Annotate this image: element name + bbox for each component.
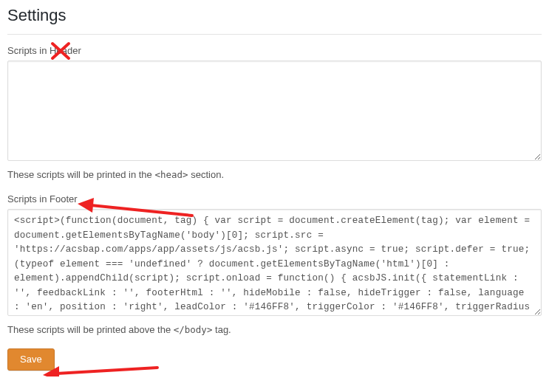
footer-scripts-textarea[interactable] xyxy=(7,209,542,316)
arrow-to-save-icon xyxy=(43,363,161,376)
footer-scripts-label: Scripts in Footer xyxy=(7,193,542,204)
header-scripts-textarea[interactable] xyxy=(7,61,542,161)
divider xyxy=(7,34,542,35)
footer-scripts-help: These scripts will be printed above the … xyxy=(7,324,542,335)
svg-line-4 xyxy=(56,368,157,374)
header-scripts-help: These scripts will be printed in the <he… xyxy=(7,169,542,180)
save-button[interactable]: Save xyxy=(7,348,55,371)
header-scripts-label: Scripts in Header xyxy=(7,45,542,56)
page-title: Settings xyxy=(7,6,542,25)
